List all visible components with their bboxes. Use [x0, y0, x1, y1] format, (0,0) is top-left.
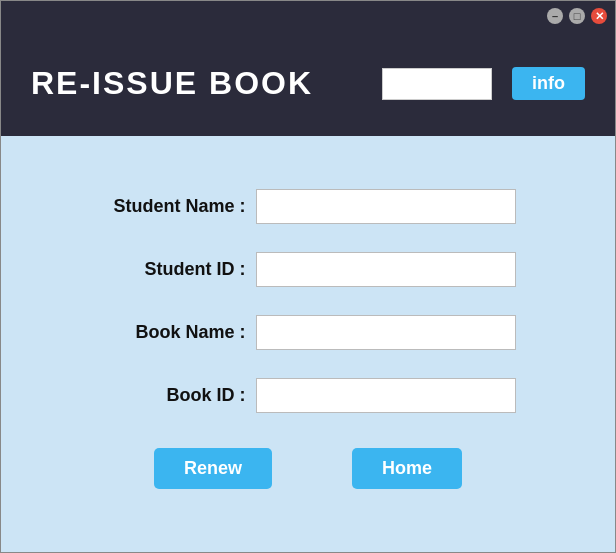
book-name-input[interactable] — [256, 315, 516, 350]
maximize-button[interactable]: □ — [569, 8, 585, 24]
student-name-label: Student Name : — [101, 196, 246, 217]
header: RE-ISSUE BOOK info — [1, 31, 615, 136]
book-id-input[interactable] — [256, 378, 516, 413]
content-area: Student Name : Student ID : Book Name : … — [1, 136, 615, 552]
page-title: RE-ISSUE BOOK — [31, 65, 362, 102]
close-button[interactable]: ✕ — [591, 8, 607, 24]
book-name-label: Book Name : — [101, 322, 246, 343]
home-button[interactable]: Home — [352, 448, 462, 489]
student-name-row: Student Name : — [41, 189, 575, 224]
book-id-label: Book ID : — [101, 385, 246, 406]
book-name-row: Book Name : — [41, 315, 575, 350]
title-bar: – □ ✕ — [1, 1, 615, 31]
minimize-button[interactable]: – — [547, 8, 563, 24]
form: Student Name : Student ID : Book Name : … — [1, 189, 615, 413]
button-row: Renew Home — [154, 448, 462, 489]
book-id-row: Book ID : — [41, 378, 575, 413]
renew-button[interactable]: Renew — [154, 448, 272, 489]
info-button[interactable]: info — [512, 67, 585, 100]
student-id-input[interactable] — [256, 252, 516, 287]
main-window: – □ ✕ RE-ISSUE BOOK info Student Name : … — [0, 0, 616, 553]
student-name-input[interactable] — [256, 189, 516, 224]
student-id-label: Student ID : — [101, 259, 246, 280]
search-input[interactable] — [382, 68, 492, 100]
student-id-row: Student ID : — [41, 252, 575, 287]
